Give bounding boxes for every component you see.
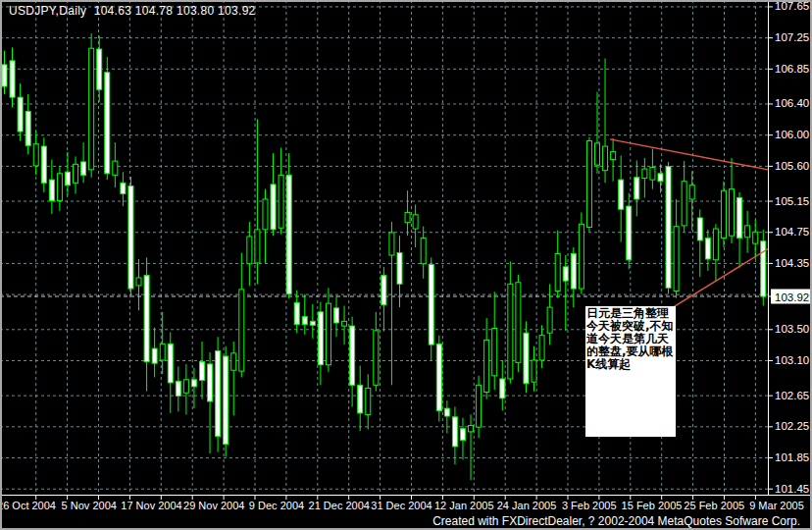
candle-body-bullish — [389, 233, 394, 255]
candle-body-bearish — [310, 321, 315, 325]
candle-body-bearish — [168, 344, 173, 383]
y-axis-label: 106.00 — [775, 129, 809, 140]
candle-body-bearish — [105, 73, 110, 174]
y-axis-label: 101.85 — [775, 451, 809, 463]
candle-body-bearish — [737, 197, 742, 238]
candle-body-bullish — [263, 199, 268, 230]
candle-body-bearish — [334, 308, 339, 323]
candle-body-bearish — [18, 97, 23, 132]
candle-body-bearish — [216, 350, 221, 436]
candle-body-bearish — [350, 326, 355, 385]
candle-body-bullish — [326, 303, 330, 365]
y-axis-label: 105.15 — [775, 195, 809, 207]
y-axis-label: 102.65 — [775, 390, 809, 401]
candle-body-bullish — [579, 224, 584, 289]
candlestick — [216, 337, 221, 451]
x-axis-labels: 26 Oct 20045 Nov 200417 Nov 200429 Nov 2… — [0, 500, 804, 511]
candle-body-bearish — [271, 185, 276, 230]
x-axis-label: 24 Jan 2005 — [497, 500, 557, 511]
candle-body-bearish — [97, 49, 102, 89]
candle-body-bullish — [366, 389, 371, 415]
candlestick — [666, 162, 671, 294]
candlestick — [436, 336, 441, 422]
candle-body-bullish — [650, 167, 655, 180]
candle-body-bullish — [595, 143, 600, 165]
candlestick — [761, 230, 766, 306]
candle-body-bullish — [721, 190, 726, 238]
candle-body-bullish — [421, 238, 426, 264]
candle-body-bearish — [452, 417, 457, 447]
y-axis-label: 101.45 — [775, 483, 809, 495]
candle-body-bullish — [136, 278, 141, 286]
candle-body-bullish — [603, 146, 608, 171]
x-axis-label: 29 Nov 2004 — [183, 500, 244, 511]
candle-body-bullish — [532, 360, 536, 382]
x-axis-label: 5 Nov 2004 — [62, 500, 117, 511]
y-axis-label: 106.85 — [775, 63, 809, 75]
candle-body-bearish — [666, 167, 671, 289]
candle-body-bearish — [658, 174, 663, 182]
candle-body-bullish — [160, 344, 165, 360]
candle-body-bearish — [81, 162, 86, 175]
candlestick — [105, 57, 110, 180]
x-axis-label: 26 Oct 2004 — [0, 500, 56, 511]
candle-body-bullish — [255, 230, 260, 263]
y-axis-label: 103.10 — [775, 354, 809, 366]
candle-body-bearish — [49, 180, 54, 200]
candle-body-bearish — [397, 253, 402, 285]
candle-body-bullish — [484, 340, 489, 392]
candle-body-bearish — [286, 175, 291, 293]
price-box-text: 103.92 — [775, 292, 809, 303]
candle-body-bearish — [121, 183, 126, 193]
note-line: K线算起 — [586, 358, 676, 371]
y-axis-label: 106.40 — [775, 97, 809, 109]
candle-body-bullish — [113, 161, 118, 175]
candle-body-bullish — [183, 380, 188, 393]
candle-body-bearish — [65, 172, 70, 185]
candle-body-bullish — [611, 152, 616, 160]
candle-body-bearish — [41, 146, 46, 183]
x-axis-label: 31 Dec 2004 — [371, 500, 431, 511]
candle-body-bearish — [460, 429, 465, 441]
candle-body-bearish — [524, 333, 529, 384]
candle-body-bullish — [730, 189, 735, 237]
candle-body-bearish — [318, 312, 323, 365]
candle-body-bullish — [713, 229, 718, 260]
candlestick — [516, 275, 521, 372]
candle-body-bullish — [547, 307, 552, 333]
candle-body-bearish — [381, 276, 386, 305]
candle-body-bearish — [500, 379, 505, 398]
candlestick — [128, 177, 133, 295]
candle-body-bullish — [674, 227, 679, 292]
candle-body-bullish — [413, 215, 418, 229]
candle-body-bearish — [761, 241, 766, 296]
candle-body-bearish — [571, 253, 576, 289]
candle-body-bearish — [152, 348, 157, 363]
candle-body-bullish — [374, 331, 379, 385]
x-axis-label: 21 Dec 2004 — [309, 500, 370, 511]
candlestick — [89, 33, 94, 178]
y-axis-label: 102.25 — [775, 420, 809, 432]
candle-body-bearish — [563, 267, 568, 281]
candle-body-bearish — [25, 111, 30, 145]
candle-body-bullish — [555, 253, 560, 291]
candle-body-bearish — [2, 65, 7, 86]
chart-plot-area[interactable]: 107.65107.25106.85106.40106.00105.60105.… — [0, 0, 812, 530]
x-axis-label: 15 Feb 2005 — [622, 500, 683, 511]
candle-body-bullish — [231, 353, 236, 370]
candle-body-bearish — [627, 206, 632, 260]
candle-body-bearish — [429, 265, 433, 345]
candle-body-bearish — [200, 362, 205, 381]
candle-body-bearish — [697, 218, 702, 240]
x-axis-label: 17 Nov 2004 — [121, 500, 181, 511]
candle-body-bullish — [753, 232, 758, 243]
candle-body-bearish — [208, 364, 213, 401]
candle-body-bullish — [586, 141, 591, 228]
candle-body-bearish — [191, 380, 196, 387]
candle-body-bearish — [224, 356, 228, 445]
candle-body-bearish — [144, 276, 149, 362]
candle-body-bullish — [469, 426, 474, 432]
candle-body-bullish — [33, 144, 38, 166]
candlestick — [721, 182, 726, 247]
note-annotation[interactable]: 日元是三角整理 今天被突破,不知 道今天是第几天 的整盘,要从哪根 K线算起 — [585, 306, 676, 437]
